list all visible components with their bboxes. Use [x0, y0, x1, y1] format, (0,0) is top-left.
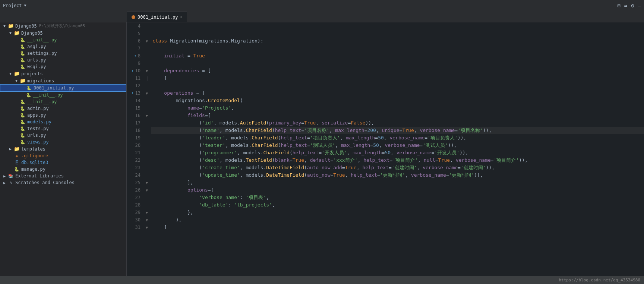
ln-15: 15 [130, 104, 141, 112]
tree-label-db-sqlite3: db.sqlite3 [21, 160, 48, 165]
fold-arrow-6[interactable]: ▼ [146, 39, 148, 43]
expand-arrow-django05-sub[interactable]: ▼ [7, 31, 13, 35]
code-line-17: ('id', models.AutoField(primary_key=True… [151, 119, 644, 127]
fold-arrow-29[interactable]: ▼ [146, 211, 148, 215]
sidebar-item-init-top[interactable]: 🐍 __init__.py [0, 37, 126, 43]
scratch-icon: ✎ [7, 180, 14, 185]
tree-label-migrations: migrations [27, 78, 54, 83]
sidebar-item-asgi[interactable]: 🐍 asgi.py [0, 43, 126, 50]
tree-label-scratches: Scratches and Consoles [15, 180, 75, 185]
tab-bar: 0001_initial.py × [0, 11, 644, 22]
folder-icon-django05-sub: 📁 [13, 30, 20, 36]
folder-icon-templates: 📁 [13, 146, 20, 152]
tab-file-icon [132, 15, 135, 19]
code-line-23: ('create_time', models.DateTimeField(aut… [151, 164, 644, 171]
code-line-30: ), [151, 216, 644, 224]
expand-arrow-projects[interactable]: ▼ [7, 72, 13, 76]
sidebar-item-templates[interactable]: ▶ 📁 templates [0, 145, 126, 152]
ln-26: 26 [130, 186, 141, 194]
sidebar-item-django05-root[interactable]: ▼ 📁 Django05 E:\测试开发\Django05 [0, 22, 126, 29]
expand-arrow-ext-lib[interactable]: ▶ [1, 174, 7, 178]
fold-arrow-10[interactable]: ▼ [146, 69, 148, 73]
editor-area[interactable]: 4 5 6 7 ↑8 9 ↑10 11 12 ↑13 14 15 16 17 1… [127, 22, 644, 276]
sidebar-item-gitignore[interactable]: ◈ .gitignore [0, 152, 126, 159]
ln-12: 12 [130, 82, 141, 89]
minimize-icon[interactable]: — [638, 3, 641, 9]
fold-arrow-25[interactable]: ▼ [146, 181, 148, 185]
sidebar-item-ext-libraries[interactable]: ▶ 📚 External Libraries [0, 173, 126, 179]
ln-23: 23 [130, 164, 141, 171]
sidebar-item-django05-sub[interactable]: ▼ 📁 Django05 [0, 29, 126, 37]
ln-6: 6 [130, 37, 141, 45]
main-area: ▼ 📁 Django05 E:\测试开发\Django05 ▼ 📁 Django… [0, 22, 644, 276]
sidebar-item-init-mig[interactable]: 🐍 __init__.py [0, 92, 126, 98]
tree-label-settings: settings.py [27, 51, 57, 56]
sidebar-item-urls-top[interactable]: 🐍 urls.py [0, 57, 126, 63]
sidebar-item-wsgi[interactable]: 🐍 wsgi.py [0, 63, 126, 70]
project-dropdown-arrow[interactable]: ▼ [24, 3, 26, 7]
bookmark-icon-8[interactable]: ↑ [134, 52, 136, 60]
expand-arrow-templates[interactable]: ▶ [7, 147, 13, 151]
tree-label-urls-top: urls.py [27, 57, 46, 63]
code-line-11: ] [151, 75, 644, 82]
expand-arrow-django05[interactable]: ▼ [1, 24, 7, 28]
py-icon-admin: 🐍 [19, 106, 26, 111]
ln-19: 19 [130, 134, 141, 142]
code-line-5 [151, 30, 644, 37]
split-icon[interactable]: ⇌ [624, 3, 627, 9]
sidebar-item-projects[interactable]: ▼ 📁 projects [0, 70, 126, 77]
code-line-21: ('programmer', models.CharField(help_tex… [151, 149, 644, 157]
fold-arrow-31[interactable]: ▼ [146, 225, 148, 230]
ln-13: ↑13 [130, 89, 141, 97]
bookmark-icon-13[interactable]: ↑ [132, 89, 134, 97]
tree-label-admin: admin.py [27, 106, 49, 111]
py-icon-init-top: 🐍 [19, 38, 26, 42]
tree-label-django05-sub: Django05 [21, 31, 43, 36]
sidebar-item-settings[interactable]: 🐍 settings.py [0, 50, 126, 57]
ln-30: 30 [130, 216, 141, 224]
lib-icon-ext: 📚 [7, 174, 14, 179]
code-line-24: ('update_time', models.DateTimeField(aut… [151, 171, 644, 179]
tree-label-wsgi: wsgi.py [27, 64, 46, 69]
tab-0001-initial[interactable]: 0001_initial.py × [127, 12, 187, 22]
sidebar-item-scratches[interactable]: ▶ ✎ Scratches and Consoles [0, 179, 126, 186]
ln-25: 25 [130, 179, 141, 186]
code-line-9 [151, 60, 644, 67]
tab-close-button[interactable]: × [180, 15, 182, 19]
ln-14: 14 [130, 97, 141, 104]
fold-gutter: ▼ ▼ │ ▼ ▼ [143, 22, 151, 276]
sidebar-item-manage[interactable]: 🐍 manage.py [0, 166, 126, 173]
sidebar-item-models[interactable]: 🐍 models.py [0, 119, 126, 125]
db-icon-sqlite3: 🗄 [13, 160, 20, 165]
expand-arrow-migrations[interactable]: ▼ [13, 79, 19, 83]
code-line-29: }, [151, 209, 644, 216]
tree-label-models: models.py [27, 119, 51, 124]
project-label[interactable]: Project [3, 3, 22, 8]
ln-28: 28 [130, 201, 141, 209]
sidebar-item-urls[interactable]: 🐍 urls.py [0, 132, 126, 139]
ln-16: 16 [130, 112, 141, 119]
tree-label-apps: apps.py [27, 113, 46, 118]
code-line-25: ], [151, 179, 644, 186]
bookmark-icon-10[interactable]: ↑ [132, 67, 134, 75]
sidebar-item-0001-initial[interactable]: 🐍 0001_initial.py [0, 84, 126, 92]
tree-label-urls: urls.py [27, 133, 46, 138]
fold-arrow-16[interactable]: ▼ [146, 114, 148, 118]
ln-10: ↑10 [130, 67, 141, 75]
expand-arrow-scratches[interactable]: ▶ [1, 181, 7, 185]
fold-arrow-26[interactable]: ▼ [146, 188, 148, 192]
fold-arrow-30[interactable]: ▼ [146, 218, 148, 222]
sidebar-item-apps[interactable]: 🐍 apps.py [0, 112, 126, 119]
py-icon-settings: 🐍 [19, 51, 26, 56]
sidebar-item-tests[interactable]: 🐍 tests.py [0, 125, 126, 132]
sidebar-item-init-proj[interactable]: 🐍 __init__.py [0, 98, 126, 105]
settings-icon[interactable]: ⚙ [631, 3, 634, 9]
fold-arrow-13[interactable]: ▼ [146, 91, 148, 95]
sidebar-item-db-sqlite3[interactable]: 🗄 db.sqlite3 [0, 159, 126, 166]
layout-icon[interactable]: ⊞ [617, 3, 620, 9]
sidebar-item-views[interactable]: 🐍 views.py [0, 139, 126, 145]
tree-label-projects: projects [21, 71, 43, 76]
sidebar-item-migrations[interactable]: ▼ 📁 migrations [0, 77, 126, 84]
sidebar-item-admin[interactable]: 🐍 admin.py [0, 105, 126, 112]
tree-label-asgi: asgi.py [27, 44, 46, 49]
